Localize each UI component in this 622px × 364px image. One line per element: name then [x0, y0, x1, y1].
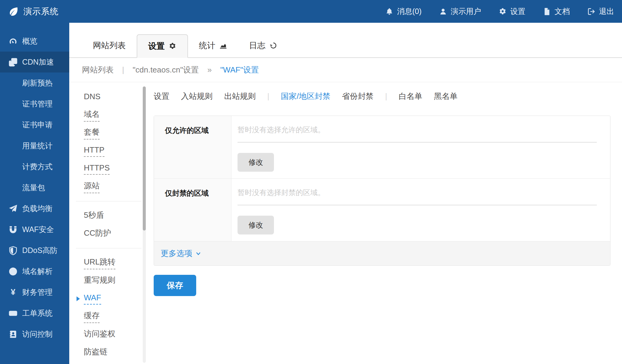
sidebar-item-load-balance[interactable]: 负载均衡 — [0, 198, 69, 219]
blocked-regions-field[interactable] — [238, 205, 597, 205]
breadcrumb-separator: | — [122, 65, 124, 75]
subnav-item-waf[interactable]: WAF — [84, 290, 101, 308]
messages-button[interactable]: 消息(0) — [385, 6, 422, 16]
subnav-item-origin[interactable]: 源站 — [84, 178, 100, 196]
sidebar-item-finance[interactable]: ¥ 财务管理 — [0, 282, 69, 303]
subnav-label: 域名 — [84, 109, 100, 122]
subnav-item-hotlink-protect[interactable]: 防盗链 — [84, 343, 108, 361]
sidebar-item-tickets[interactable]: 工单系统 — [0, 303, 69, 324]
subtab-outbound-rules[interactable]: 出站规则 — [224, 91, 256, 102]
sidebar-item-cert-apply[interactable]: 证书申请 — [0, 114, 69, 135]
brand-title: 演示系统 — [23, 6, 59, 17]
subtab-separator: | — [267, 92, 269, 101]
sidebar-item-access-control[interactable]: 访问控制 — [0, 324, 69, 345]
yen-icon: ¥ — [9, 288, 18, 297]
gear-icon — [169, 42, 176, 50]
subnav-label: 缓存 — [84, 310, 100, 323]
subnav-label: 防盗链 — [84, 346, 108, 359]
save-button[interactable]: 保存 — [154, 275, 196, 296]
blocked-regions-placeholder: 暂时没有选择封禁的区域。 — [238, 188, 597, 197]
user-label: 演示用户 — [451, 6, 481, 16]
sidebar-item-label: 访问控制 — [22, 329, 53, 339]
subnav-item-http[interactable]: HTTP — [84, 142, 104, 160]
subnav-item-5s-shield[interactable]: 5秒盾 — [84, 207, 104, 225]
magnet-icon — [9, 225, 18, 234]
sidebar-item-label: 流量包 — [22, 183, 45, 193]
bell-icon — [385, 8, 393, 15]
allowed-regions-field[interactable] — [238, 142, 597, 143]
subtab-inbound-rules[interactable]: 入站规则 — [181, 91, 213, 102]
breadcrumb-site-list[interactable]: 网站列表 — [82, 65, 114, 75]
docs-label: 文档 — [555, 6, 570, 16]
subnav-item-rewrite-rules[interactable]: 重写规则 — [84, 272, 115, 290]
modify-allowed-button[interactable]: 修改 — [238, 153, 274, 172]
sidebar-item-label: 刷新预热 — [22, 78, 53, 88]
tab-label: 设置 — [148, 41, 165, 52]
settings-subnav: DNS 域名 套餐 HTTP HTTPS 源站 5秒盾 CC防护 URL跳转 — [69, 82, 149, 364]
sidebar-item-billing[interactable]: 计费方式 — [0, 156, 69, 177]
sidebar-item-label: 证书申请 — [22, 120, 53, 130]
more-options-link[interactable]: 更多选项 — [161, 248, 201, 259]
subnav-divider — [76, 201, 142, 201]
subnav-label: DNS — [84, 92, 101, 103]
modify-blocked-button[interactable]: 修改 — [238, 216, 274, 234]
subnav-item-domain[interactable]: 域名 — [84, 106, 100, 124]
settings-label: 设置 — [510, 6, 525, 16]
subtab-whitelist[interactable]: 白名单 — [399, 91, 422, 102]
waf-settings-panel: 设置 入站规则 出站规则 | 国家/地区封禁 省份封禁 | 白名单 黑名单 仅允… — [149, 82, 622, 364]
subnav-item-dns[interactable]: DNS — [84, 88, 101, 106]
scrollbar-thumb[interactable] — [143, 86, 146, 231]
user-menu[interactable]: 演示用户 — [439, 6, 481, 16]
subnav-label: 套餐 — [84, 127, 100, 140]
main-sidebar: 概览 CDN加速 刷新预热 证书管理 证书申请 用量统计 计费方式 流量包 负载… — [0, 23, 69, 364]
logout-button[interactable]: 退出 — [587, 6, 614, 16]
file-icon — [543, 8, 551, 15]
subnav-item-cc-protect[interactable]: CC防护 — [84, 225, 111, 243]
top-header: 演示系统 消息(0) 演示用户 设置 文档 退出 — [0, 0, 622, 23]
subnav-label: HTTPS — [84, 163, 110, 175]
breadcrumb: 网站列表 | "cdn.teaos.cn"设置 » "WAF"设置 — [69, 58, 622, 82]
sidebar-item-dns-resolve[interactable]: 域名解析 — [0, 261, 69, 282]
settings-button[interactable]: 设置 — [499, 6, 525, 16]
sidebar-item-cdn[interactable]: CDN加速 — [0, 52, 69, 72]
subnav-item-cache[interactable]: 缓存 — [84, 308, 100, 325]
blocked-regions-row: 仅封禁的区域 暂时没有选择封禁的区域。 修改 — [154, 178, 610, 241]
subtab-province-block[interactable]: 省份封禁 — [342, 91, 374, 102]
subnav-label: URL跳转 — [84, 257, 115, 269]
site-tabbar: 网站列表 设置 统计 日志 — [69, 23, 622, 58]
clone-icon — [9, 58, 18, 67]
brand[interactable]: 演示系统 — [0, 6, 59, 17]
sidebar-item-label: 负载均衡 — [22, 204, 53, 214]
breadcrumb-site-settings[interactable]: "cdn.teaos.cn"设置 — [133, 65, 199, 75]
sidebar-item-label: 域名解析 — [22, 266, 53, 276]
subnav-item-url-redirect[interactable]: URL跳转 — [84, 254, 115, 272]
subnav-item-access-auth[interactable]: 访问鉴权 — [84, 325, 115, 343]
tab-site-list[interactable]: 网站列表 — [82, 34, 137, 57]
subtab-blacklist[interactable]: 黑名单 — [434, 91, 458, 102]
sidebar-item-refresh-prewarm[interactable]: 刷新预热 — [0, 72, 69, 93]
docs-button[interactable]: 文档 — [543, 6, 570, 16]
subnav-label: 源站 — [84, 180, 100, 193]
allowed-regions-row: 仅允许的区域 暂时没有选择允许的区域。 修改 — [154, 116, 610, 178]
tab-statistics[interactable]: 统计 — [188, 34, 238, 57]
subnav-item-plan[interactable]: 套餐 — [84, 124, 100, 142]
subtab-settings[interactable]: 设置 — [154, 91, 169, 102]
scrollbar-track[interactable] — [143, 86, 146, 363]
region-block-form: 仅允许的区域 暂时没有选择允许的区域。 修改 仅封禁的区域 暂时没有选择封禁的区… — [154, 116, 610, 266]
sidebar-item-label: 证书管理 — [22, 99, 53, 109]
caret-right-icon — [77, 296, 80, 301]
tab-settings[interactable]: 设置 — [137, 34, 188, 58]
sidebar-item-cert-manage[interactable]: 证书管理 — [0, 93, 69, 114]
subtab-country-block[interactable]: 国家/地区封禁 — [281, 91, 330, 102]
tab-logs[interactable]: 日志 — [238, 34, 288, 57]
sidebar-item-label: 用量统计 — [22, 141, 53, 151]
sidebar-item-overview[interactable]: 概览 — [0, 31, 69, 52]
breadcrumb-waf-settings[interactable]: "WAF"设置 — [220, 65, 259, 75]
subnav-item-https[interactable]: HTTPS — [84, 160, 110, 178]
subnav-label: 重写规则 — [84, 275, 115, 287]
sidebar-item-waf-security[interactable]: WAF安全 — [0, 219, 69, 240]
sidebar-item-usage-stats[interactable]: 用量统计 — [0, 135, 69, 156]
sidebar-item-traffic-pack[interactable]: 流量包 — [0, 177, 69, 198]
sidebar-item-ddos[interactable]: DDoS高防 — [0, 240, 69, 261]
chart-area-icon — [219, 42, 227, 49]
